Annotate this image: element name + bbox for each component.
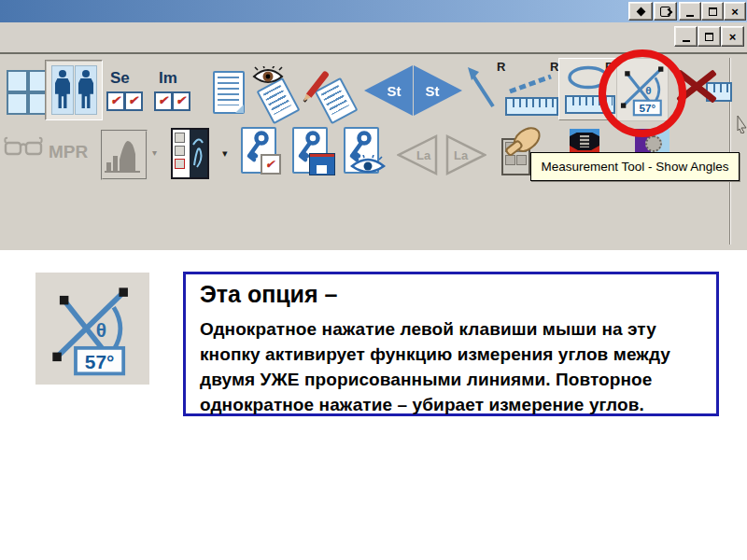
- thumbnail-panel-button[interactable]: [171, 128, 209, 179]
- image-label: Im: [159, 69, 177, 88]
- thumb-icon: [175, 146, 185, 156]
- dropdown-icon[interactable]: ▾: [152, 147, 157, 158]
- callout-box: Эта опция – Однократное нажатие левой кл…: [183, 272, 719, 416]
- r-label: R: [605, 60, 613, 74]
- previous-layout-button[interactable]: La: [397, 133, 438, 176]
- grid-icon: [7, 92, 28, 115]
- mdi-minimize-button[interactable]: [674, 26, 698, 47]
- layout-label: La: [416, 148, 430, 162]
- preview-pane: [190, 130, 207, 177]
- stereo-glasses-button[interactable]: [2, 135, 45, 160]
- svg-text:57°: 57°: [639, 102, 655, 114]
- next-layout-button[interactable]: La: [445, 133, 486, 176]
- minimize-icon: [683, 40, 690, 42]
- close-button[interactable]: ×: [724, 2, 746, 21]
- diamond-icon: [636, 7, 645, 16]
- eye-badge-icon: [350, 155, 386, 175]
- restore-icon: [705, 33, 713, 41]
- tooltip-text: Measurement Tool - Show Angles: [542, 160, 729, 174]
- film-icon: [580, 135, 589, 147]
- window-extra-button[interactable]: [628, 2, 653, 21]
- gear-icon: [645, 135, 662, 152]
- mdi-restore-button[interactable]: [698, 26, 721, 47]
- report-button[interactable]: [213, 71, 247, 114]
- key-image-view-button[interactable]: [344, 127, 390, 177]
- close-icon: ×: [729, 30, 737, 44]
- restore-icon: [709, 7, 717, 16]
- key-image-save-button[interactable]: [292, 127, 337, 175]
- r-label: R: [497, 60, 505, 74]
- svg-text:57°: 57°: [85, 351, 115, 372]
- histogram-button[interactable]: [101, 130, 148, 180]
- patient-icon: [75, 65, 97, 115]
- thumb-selected-icon: [175, 159, 185, 169]
- ellipse-icon: [567, 65, 610, 90]
- arrow-icon: [465, 65, 497, 110]
- callout-title: Эта опция –: [200, 281, 716, 307]
- restore-button[interactable]: [701, 2, 724, 21]
- angle-tool-icon: θ 57°: [620, 61, 667, 119]
- minimize-icon: [686, 15, 694, 17]
- edit-report-button[interactable]: [308, 63, 357, 118]
- view-report-button[interactable]: [252, 65, 306, 118]
- arrow-annotation-button[interactable]: [465, 65, 497, 110]
- checkmark-badge-icon: ✔: [261, 154, 281, 175]
- image-check-button[interactable]: Im ✔ ✔: [153, 69, 192, 114]
- report-icon: [213, 71, 245, 114]
- floppy-disk-icon: [309, 153, 335, 175]
- checkbox-icon: ✔: [154, 91, 173, 111]
- mpr-button[interactable]: MPR: [49, 142, 88, 162]
- window-extra-button-2[interactable]: [654, 2, 677, 21]
- callout-body: Однократное нажатие левой клавиши мыши н…: [200, 316, 716, 417]
- svg-text:θ: θ: [645, 84, 651, 96]
- glasses-icon: [2, 135, 45, 160]
- minimize-button[interactable]: [679, 2, 701, 21]
- svg-text:θ: θ: [96, 319, 106, 341]
- layout-grid-button[interactable]: [7, 70, 48, 112]
- thumb-icon: [175, 133, 185, 143]
- mdi-close-button[interactable]: ×: [721, 26, 744, 47]
- export-button[interactable]: [570, 129, 599, 154]
- layout-label: La: [454, 148, 468, 162]
- series-check-button[interactable]: Se ✔ ✔: [106, 69, 145, 114]
- angle-tool-enlarged-image: θ 57°: [35, 273, 149, 385]
- page-arrow-icon: [660, 7, 670, 17]
- next-study-label: St: [426, 83, 440, 99]
- patient-icon: [51, 65, 74, 115]
- dropdown-icon[interactable]: ▾: [222, 147, 228, 160]
- angle-tool-icon-large: θ 57°: [47, 277, 138, 380]
- measure-angle-button[interactable]: R θ 57°: [605, 58, 667, 119]
- r-label: R: [550, 60, 558, 74]
- checkbox-icon: ✔: [106, 91, 125, 111]
- eye-icon: [252, 66, 284, 87]
- previous-study-label: St: [388, 83, 402, 99]
- slide: × × Se ✔ ✔ Im ✔ ✔: [0, 0, 747, 560]
- key-image-mark-button[interactable]: ✔: [241, 127, 284, 175]
- grid-icon: [7, 70, 28, 92]
- histogram-icon: [103, 132, 142, 175]
- dashed-line-icon: [507, 73, 554, 95]
- menu-bar: ×: [0, 22, 747, 53]
- checkbox-icon: ✔: [124, 91, 143, 111]
- series-label: Se: [110, 69, 130, 88]
- tooltip: Measurement Tool - Show Angles: [530, 152, 740, 181]
- compare-patients-button[interactable]: [45, 60, 103, 120]
- close-icon: ×: [731, 5, 739, 19]
- delete-measurements-button[interactable]: [676, 67, 728, 108]
- window-titlebar: ×: [0, 0, 747, 22]
- mpr-label: MPR: [49, 142, 88, 161]
- checkbox-icon: ✔: [172, 91, 190, 111]
- mouse-cursor-icon: [737, 116, 747, 133]
